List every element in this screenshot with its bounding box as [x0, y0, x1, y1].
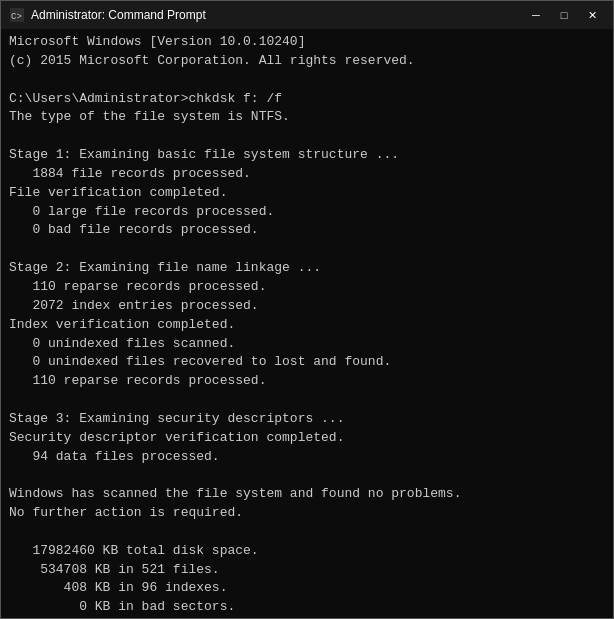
minimize-button[interactable]: ─ — [523, 5, 549, 25]
console-body: Microsoft Windows [Version 10.0.10240] (… — [1, 29, 613, 618]
title-bar: C> Administrator: Command Prompt ─ □ ✕ — [1, 1, 613, 29]
cmd-icon: C> — [9, 7, 25, 23]
cmd-window: C> Administrator: Command Prompt ─ □ ✕ M… — [0, 0, 614, 619]
maximize-button[interactable]: □ — [551, 5, 577, 25]
window-title: Administrator: Command Prompt — [31, 8, 206, 22]
window-controls: ─ □ ✕ — [523, 5, 605, 25]
svg-text:C>: C> — [11, 12, 22, 22]
title-bar-left: C> Administrator: Command Prompt — [9, 7, 206, 23]
close-button[interactable]: ✕ — [579, 5, 605, 25]
console-output: Microsoft Windows [Version 10.0.10240] (… — [9, 33, 605, 618]
